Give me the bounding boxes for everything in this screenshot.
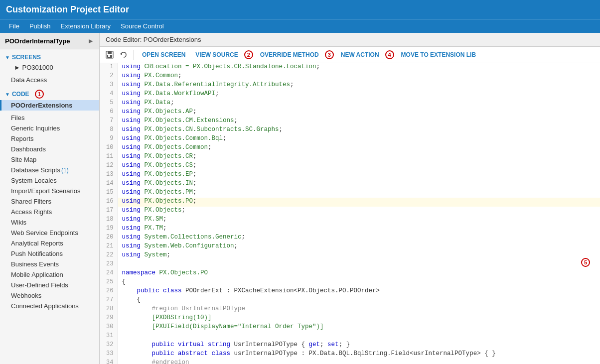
line-code[interactable]: [PXDBString(10)] [118,314,600,323]
code-editor[interactable]: 1using CRLocation = PX.Objects.CR.Standa… [100,63,600,364]
sidebar-item-webhooks[interactable]: Webhooks [0,290,99,301]
line-code[interactable]: using PX.Objects.IN; [118,180,600,189]
line-code[interactable]: using PX.SM; [118,216,600,225]
line-code[interactable]: using PX.Objects.CR; [118,153,600,162]
table-row: 11using PX.Objects.CR; [100,153,600,162]
system-locales-label: System Locales [11,177,57,184]
view-source-btn[interactable]: VIEW SOURCE [191,49,242,60]
sidebar-item-files[interactable]: Files [0,113,99,123]
sidebar-item-data-access[interactable]: Data Access [0,75,99,85]
line-code[interactable]: using PX.Objects.Common; [118,144,600,153]
push-notifications-label: Push Notifications [11,250,63,257]
sidebar-item-business-events[interactable]: Business Events [0,259,99,269]
line-code[interactable]: using PX.Common; [118,72,600,81]
line-code[interactable] [118,260,600,269]
table-row: 27 { [100,296,600,305]
line-code[interactable]: using PX.Objects.CM.Extensions; [118,117,600,126]
line-code[interactable]: using PX.Objects.PO; [118,198,600,207]
table-row: 32 public virtual string UsrInternalPOTy… [100,341,600,350]
line-code[interactable]: using PX.Data; [118,99,600,108]
business-events-label: Business Events [11,260,59,268]
line-number: 3 [100,81,118,90]
line-code[interactable]: { [118,296,600,305]
save-icon[interactable] [104,49,116,61]
menu-bar: File Publish Extension Library Source Co… [0,19,600,33]
sidebar-item-po301000[interactable]: ► PO301000 [0,62,99,73]
table-row: 17using PX.Objects; [100,207,600,216]
line-code[interactable]: using System.Web.Configuration; [118,243,600,251]
line-code[interactable]: public abstract class usrInternalPOType … [118,350,600,359]
main-layout: POOrderInternalType ► ▼ SCREENS ► PO3010… [0,33,600,364]
line-code[interactable]: [PXUIField(DisplayName="Internal Order T… [118,323,600,332]
sidebar-item-dashboards[interactable]: Dashboards [0,144,99,154]
sidebar-item-generic-inquiries[interactable]: Generic Inquiries [0,123,99,133]
line-code[interactable]: using PX.Objects.CS; [118,162,600,171]
table-row: 30 [PXUIField(DisplayName="Internal Orde… [100,323,600,332]
menu-file[interactable]: File [4,20,24,32]
line-code[interactable]: public class POOrderExt : PXCacheExtensi… [118,287,600,296]
table-row: 13using PX.Objects.EP; [100,171,600,180]
line-code[interactable]: using System; [118,251,600,260]
sidebar-item-database-scripts[interactable]: Database Scripts(1) [0,165,99,175]
line-code[interactable]: using PX.Objects.PM; [118,189,600,198]
menu-publish[interactable]: Publish [24,20,56,32]
sidebar-item-web-service-endpoints[interactable]: Web Service Endpoints [0,228,99,238]
circle-4: 4 [385,50,394,59]
line-code[interactable] [118,332,600,341]
editor-toolbar: OPEN SCREEN VIEW SOURCE 2 OVERRIDE METHO… [100,47,600,63]
sidebar: POOrderInternalType ► ▼ SCREENS ► PO3010… [0,33,100,364]
open-screen-btn[interactable]: OPEN SCREEN [138,49,189,60]
line-code[interactable]: using PX.Objects.EP; [118,171,600,180]
override-method-btn[interactable]: OVERRIDE METHOD [256,49,323,60]
line-code[interactable]: namespace PX.Objects.PO [118,269,600,278]
line-code[interactable]: { [118,278,600,287]
table-row: 25{ [100,278,600,287]
line-number: 16 [100,198,118,207]
line-code[interactable]: public virtual string UsrInternalPOType … [118,341,600,350]
undo-icon[interactable] [118,49,130,61]
section-screens[interactable]: ▼ SCREENS [0,51,99,62]
sidebar-item-wikis[interactable]: Wikis [0,217,99,228]
sidebar-item-site-map[interactable]: Site Map [0,154,99,165]
sidebar-item-poorderextensions[interactable]: POOrderExtensions [0,100,99,111]
menu-extension-library[interactable]: Extension Library [56,20,116,32]
sidebar-item-analytical-reports[interactable]: Analytical Reports [0,238,99,248]
section-code[interactable]: ▼ CODE 1 [0,87,99,100]
title-bar: Customization Project Editor [0,0,600,19]
line-code[interactable]: using CRLocation = PX.Objects.CR.Standal… [118,63,600,72]
line-code[interactable]: using PX.Objects.CN.Subcontracts.SC.Grap… [118,126,600,135]
sidebar-item-push-notifications[interactable]: Push Notifications [0,248,99,259]
new-action-btn[interactable]: NEW ACTION [337,49,383,60]
sidebar-collapse-btn[interactable]: ► [87,37,94,45]
line-code[interactable]: using PX.Data.ReferentialIntegrity.Attri… [118,81,600,90]
line-code[interactable]: #region UsrInternalPOType [118,305,600,314]
line-code[interactable]: using System.Collections.Generic; [118,234,600,243]
sidebar-item-import-export[interactable]: Import/Export Scenarios [0,186,99,196]
move-to-ext-lib-btn[interactable]: MOVE TO EXTENSION LIB [397,49,480,60]
sidebar-item-mobile-application[interactable]: Mobile Application [0,269,99,280]
sidebar-title: POOrderInternalType [5,37,70,45]
sidebar-item-connected-applications[interactable]: Connected Applications [0,301,99,311]
shared-filters-label: Shared Filters [11,198,51,205]
table-row: 8using PX.Objects.CN.Subcontracts.SC.Gra… [100,126,600,135]
line-number: 12 [100,162,118,171]
sidebar-item-access-rights[interactable]: Access Rights [0,207,99,217]
line-code[interactable]: using PX.Objects.Common.Bql; [118,135,600,144]
web-service-endpoints-label: Web Service Endpoints [11,229,78,237]
line-number: 13 [100,171,118,180]
line-code[interactable]: using PX.TM; [118,225,600,234]
poorderextensions-label: POOrderExtensions [11,102,73,109]
menu-source-control[interactable]: Source Control [116,20,169,32]
line-code[interactable]: using PX.Objects.AP; [118,108,600,117]
sidebar-item-shared-filters[interactable]: Shared Filters [0,196,99,207]
sidebar-item-user-defined-fields[interactable]: User-Defined Fields [0,280,99,290]
line-code[interactable]: using PX.Objects; [118,207,600,216]
database-scripts-badge: (1) [61,167,69,174]
line-number: 26 [100,287,118,296]
table-row: 24namespace PX.Objects.PO [100,269,600,278]
line-code[interactable]: using PX.Data.WorkflowAPI; [118,90,600,99]
sidebar-item-reports[interactable]: Reports [0,133,99,144]
line-code[interactable]: #endregion [118,359,600,364]
screens-section: ▼ SCREENS ► PO301000 [0,49,99,75]
sidebar-item-system-locales[interactable]: System Locales [0,175,99,186]
